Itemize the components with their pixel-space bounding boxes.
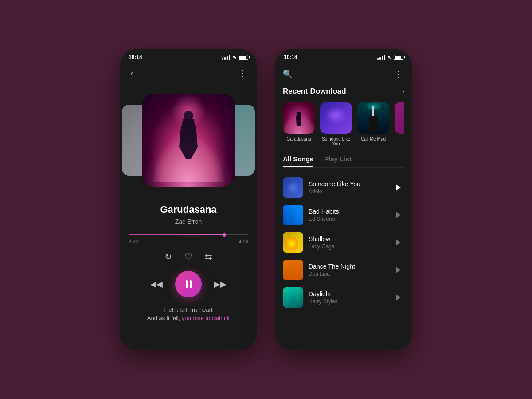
status-bar-right: 10:14 ∿	[275, 49, 412, 63]
song-thumb-daylight	[283, 287, 303, 308]
player-phone: 10:14 ∿ ‹ ⋮	[120, 49, 257, 350]
download-label-someone: Someone Like You	[320, 137, 352, 146]
song-info-someone: Someone Like You Adele	[309, 180, 387, 195]
lyrics-section: I let it fall, my heart And as it fell, …	[143, 306, 234, 321]
prev-button[interactable]: ◀◀	[150, 279, 163, 289]
play-button-bad-habits[interactable]	[392, 209, 404, 221]
progress-track[interactable]	[129, 234, 248, 235]
progress-times: 3:23 4:06	[129, 239, 248, 244]
song-name-daylight: Daylight	[309, 290, 387, 297]
song-row-dance[interactable]: Dance The Night Dua Lipa	[283, 256, 404, 284]
download-item-partial[interactable]	[395, 102, 404, 146]
song-info-dance: Dance The Night Dua Lipa	[309, 263, 387, 277]
song-info-daylight: Daylight Harry Styles	[309, 290, 387, 305]
status-icons-left: ∿	[222, 55, 248, 60]
recent-download-title: Recent Download	[283, 87, 346, 96]
download-thumb-callmemad	[357, 102, 389, 134]
secondary-controls: ↻ ♡ ⇆	[164, 251, 212, 262]
song-artist-someone: Adele	[309, 188, 387, 195]
play-triangle-bad-habits	[396, 212, 401, 218]
song-title: Garudasana	[160, 204, 216, 215]
shuffle-button[interactable]: ⇆	[205, 251, 212, 262]
play-triangle-daylight	[396, 294, 401, 301]
song-row-someone[interactable]: Someone Like You Adele	[283, 174, 404, 201]
back-button[interactable]: ‹	[129, 67, 135, 80]
download-item-callmemad[interactable]: Call Me Mad	[357, 102, 389, 146]
recent-download-header: Recent Download ›	[283, 87, 404, 96]
library-more-button[interactable]: ⋮	[393, 67, 404, 81]
song-name-someone: Someone Like You	[309, 180, 387, 188]
tab-playlist[interactable]: Play List	[324, 155, 352, 167]
signal-icon-right	[377, 55, 385, 60]
search-button[interactable]: 🔍	[283, 69, 293, 79]
favorite-button[interactable]: ♡	[184, 251, 192, 262]
player-topbar: ‹ ⋮	[129, 63, 248, 87]
progress-section[interactable]: 3:23 4:06	[129, 234, 248, 244]
library-tabs: All Songs Play List	[283, 155, 404, 168]
recent-download-arrow[interactable]: ›	[402, 87, 404, 95]
download-label-garudasana: Garudasana	[286, 137, 311, 141]
play-pause-button[interactable]	[175, 271, 202, 297]
lyrics-highlight: you rose to claim it	[182, 315, 230, 321]
battery-icon	[239, 55, 248, 60]
download-thumb-partial	[395, 102, 404, 134]
play-button-shallow[interactable]	[392, 236, 404, 249]
song-row-bad-habits[interactable]: Bad Habits Ed Sheeran	[283, 201, 404, 229]
status-icons-right: ∿	[377, 55, 403, 60]
wifi-icon: ∿	[232, 55, 236, 60]
time-current: 3:23	[129, 239, 138, 244]
song-thumb-someone	[283, 177, 303, 198]
main-controls: ◀◀ ▶▶	[150, 271, 227, 297]
album-art	[142, 94, 235, 187]
song-info-shallow: Shallow Lady Gaga	[309, 235, 387, 250]
signal-icon	[222, 55, 230, 60]
song-artist-bad-habits: Ed Sheeran	[309, 216, 387, 222]
song-name-bad-habits: Bad Habits	[309, 208, 387, 215]
song-row-shallow[interactable]: Shallow Lady Gaga	[283, 229, 404, 256]
status-bar-left: 10:14 ∿	[120, 49, 257, 63]
lyrics-line1: I let it fall, my heart	[147, 306, 230, 313]
song-info-bad-habits: Bad Habits Ed Sheeran	[309, 208, 387, 222]
recent-downloads-list: Garudasana Someone Like You	[283, 102, 404, 146]
download-item-someone[interactable]: Someone Like You	[320, 102, 352, 146]
song-row-daylight[interactable]: Daylight Harry Styles	[283, 284, 404, 311]
tab-all-songs[interactable]: All Songs	[283, 155, 313, 167]
song-list: Someone Like You Adele Bad Habits Ed She…	[283, 174, 404, 311]
song-name-dance: Dance The Night	[309, 263, 387, 270]
album-art-area	[135, 87, 242, 193]
song-thumb-dance	[283, 260, 303, 280]
play-button-someone[interactable]	[392, 181, 404, 194]
progress-fill	[129, 234, 224, 235]
song-artist-daylight: Harry Styles	[309, 298, 387, 305]
play-button-dance[interactable]	[392, 264, 404, 276]
song-thumb-bad-habits	[283, 205, 303, 225]
library-topbar: 🔍 ⋮	[283, 63, 404, 87]
song-artist-shallow: Lady Gaga	[309, 243, 387, 250]
play-button-daylight[interactable]	[392, 291, 404, 304]
time-total: 4:06	[239, 239, 248, 244]
lyrics-line2: And as it fell, you rose to claim it	[147, 315, 230, 321]
song-artist: Zac Efron	[175, 218, 202, 225]
next-button[interactable]: ▶▶	[214, 279, 227, 289]
more-options-button[interactable]: ⋮	[237, 66, 248, 80]
repeat-button[interactable]: ↻	[164, 251, 172, 262]
download-thumb-garudasana	[283, 102, 315, 134]
download-item-garudasana[interactable]: Garudasana	[283, 102, 315, 146]
download-thumb-someone	[320, 102, 352, 134]
battery-icon-right	[394, 55, 403, 60]
play-triangle-shallow	[396, 239, 401, 246]
time-left: 10:14	[129, 54, 142, 60]
song-thumb-shallow	[283, 232, 303, 253]
wifi-icon-right: ∿	[387, 55, 391, 60]
download-label-callmemad: Call Me Mad	[361, 137, 386, 141]
song-artist-dance: Dua Lipa	[309, 271, 387, 277]
library-phone: 10:14 ∿ 🔍 ⋮ Recent Download ›	[275, 49, 412, 350]
pause-icon	[186, 280, 192, 288]
play-triangle-someone	[396, 184, 401, 191]
lyrics-plain: And as it fell,	[147, 315, 182, 321]
time-right: 10:14	[284, 54, 297, 60]
song-name-shallow: Shallow	[309, 235, 387, 243]
play-triangle-dance	[396, 267, 401, 273]
